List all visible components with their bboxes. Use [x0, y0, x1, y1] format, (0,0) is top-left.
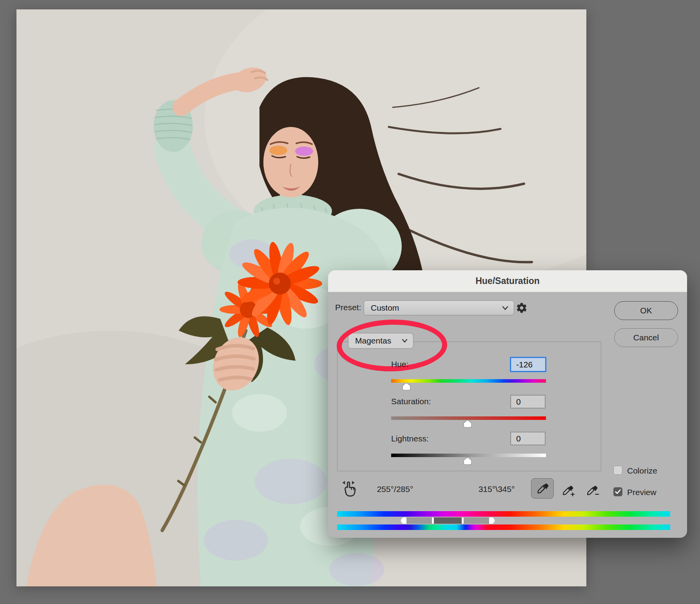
saturation-input[interactable]: 0 — [510, 395, 546, 409]
range-edge-handle-left[interactable] — [432, 517, 434, 524]
spectrum-reference-strip — [337, 511, 670, 517]
range-edge-handle-right[interactable] — [462, 517, 464, 524]
channel-groupbox — [337, 342, 601, 471]
hue-slider-track[interactable] — [391, 379, 546, 383]
plus-glyph: + — [570, 492, 575, 496]
colorize-label: Colorize — [627, 466, 657, 476]
photoshop-workspace: { "dialog": { "title": "Hue/Saturation",… — [0, 0, 700, 604]
range-falloff-handle-right[interactable] — [489, 517, 495, 524]
hue-input[interactable]: -126 — [510, 357, 546, 372]
hue-saturation-dialog: Hue/Saturation Preset: Custom OK Cancel … — [328, 270, 687, 538]
hue-value: -126 — [516, 360, 533, 369]
preset-label: Preset: — [335, 303, 361, 312]
eyedropper-button[interactable] — [531, 478, 554, 499]
eyedropper-subtract-button[interactable]: − — [582, 481, 603, 499]
dialog-titlebar[interactable]: Hue/Saturation — [328, 270, 687, 292]
minus-glyph: − — [595, 492, 599, 496]
hue-label: Hue: — [391, 360, 408, 369]
preset-options-button[interactable] — [516, 300, 533, 315]
preset-value: Custom — [371, 303, 399, 313]
lightness-slider-handle[interactable] — [463, 457, 472, 465]
lightness-value: 0 — [516, 434, 521, 443]
ok-button[interactable]: OK — [614, 301, 678, 320]
saturation-label: Saturation: — [391, 397, 431, 406]
saturation-value: 0 — [516, 397, 521, 407]
range-readout-right: 315°\345° — [473, 485, 520, 494]
eyedropper-add-button[interactable]: + — [558, 481, 579, 499]
lightness-label: Lightness: — [391, 434, 429, 443]
on-image-adjustment-tool[interactable] — [341, 479, 359, 498]
check-icon — [615, 489, 621, 495]
cancel-button-label: Cancel — [633, 333, 659, 342]
chevron-down-icon — [402, 339, 408, 343]
hue-slider-handle[interactable] — [402, 382, 411, 391]
channel-dropdown[interactable]: Magentas — [348, 333, 413, 349]
lightness-input[interactable]: 0 — [510, 432, 546, 445]
preview-label: Preview — [627, 488, 656, 497]
hand-adjust-icon — [341, 479, 359, 497]
colorize-checkbox[interactable] — [613, 466, 622, 475]
dialog-title: Hue/Saturation — [475, 276, 540, 286]
saturation-slider-handle[interactable] — [463, 420, 472, 428]
eyedropper-icon — [536, 482, 549, 495]
spectrum-result-strip — [337, 524, 670, 530]
range-core-bar[interactable] — [434, 517, 462, 524]
range-falloff-handle-left[interactable] — [401, 517, 406, 524]
range-readout-left: 255°/285° — [370, 485, 421, 494]
cancel-button[interactable]: Cancel — [614, 328, 678, 347]
ok-button-label: OK — [640, 306, 652, 315]
channel-value: Magentas — [355, 336, 391, 345]
preset-dropdown[interactable]: Custom — [364, 300, 514, 315]
chevron-down-icon — [502, 306, 508, 310]
gear-icon — [516, 302, 528, 314]
range-marker-track — [337, 517, 670, 524]
preview-checkbox[interactable] — [613, 487, 622, 496]
